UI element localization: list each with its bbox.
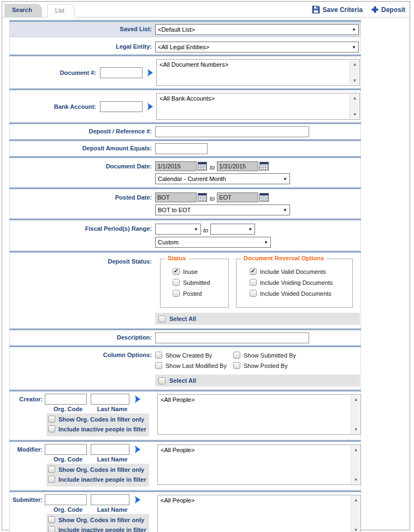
scroll-up-icon[interactable]: ▲ xyxy=(350,62,359,67)
checkbox[interactable] xyxy=(48,466,55,473)
tab-search[interactable]: Search xyxy=(4,4,42,17)
tab-list[interactable]: List xyxy=(47,4,75,17)
lookup-arrow-icon[interactable] xyxy=(134,495,141,504)
scroll-down-icon[interactable]: ▼ xyxy=(350,112,359,117)
checkbox[interactable] xyxy=(173,290,180,297)
checkbox[interactable] xyxy=(158,315,165,323)
lookup-arrow-icon[interactable] xyxy=(134,445,141,454)
calendar-icon[interactable] xyxy=(198,162,208,171)
submitter-section: Submitter: Org. Code Last Name Show Org.… xyxy=(9,492,361,532)
lookup-arrow-icon[interactable] xyxy=(146,102,153,111)
show-org-codes-option: Show Org. Codes in filter only xyxy=(48,516,148,523)
checkbox[interactable] xyxy=(250,279,257,286)
to-word: to xyxy=(203,225,208,233)
calendar-icon[interactable] xyxy=(259,193,269,202)
bank-account-listbox[interactable]: <All Bank Accounts> ▲ ▼ xyxy=(156,93,360,120)
reversal-option-voiding: Include Voiding Documents xyxy=(250,279,348,286)
bank-account-input[interactable] xyxy=(100,101,143,112)
checkbox[interactable] xyxy=(233,362,240,369)
scrollbar[interactable]: ▲ ▼ xyxy=(351,395,360,434)
document-date-from-input[interactable] xyxy=(155,161,197,171)
creator-last-name-input[interactable] xyxy=(91,394,129,405)
fiscal-period-preset-select[interactable]: Custom ▼ xyxy=(155,237,271,248)
scrollbar[interactable]: ▲ ▼ xyxy=(351,496,360,532)
fiscal-period-to-select[interactable]: ▼ xyxy=(210,224,255,235)
scroll-down-icon[interactable]: ▼ xyxy=(351,427,360,432)
scroll-down-icon[interactable]: ▼ xyxy=(350,78,359,83)
checkbox[interactable] xyxy=(48,526,55,532)
checkbox[interactable] xyxy=(48,416,55,423)
checkbox[interactable] xyxy=(48,476,55,483)
posted-date-from-input[interactable] xyxy=(155,192,197,202)
last-name-caption: Last Name xyxy=(93,406,132,412)
plus-icon xyxy=(371,6,378,13)
submitter-org-code-input[interactable] xyxy=(45,494,87,505)
checkbox[interactable] xyxy=(48,425,55,432)
posted-date-preset-select[interactable]: BOT to EOT ▼ xyxy=(155,204,290,215)
creator-section: Creator: Org. Code Last Name Show Org. C… xyxy=(9,391,361,440)
org-code-caption: Org. Code xyxy=(47,406,89,412)
posted-date-label: Posted Date: xyxy=(10,192,155,215)
deposit-amount-input[interactable] xyxy=(155,143,208,154)
checkbox[interactable] xyxy=(155,362,162,369)
checkbox[interactable] xyxy=(233,352,240,359)
legal-entity-select[interactable]: <All Legal Entities> ▼ xyxy=(155,42,359,52)
scroll-up-icon[interactable]: ▲ xyxy=(351,397,360,402)
submitter-listbox[interactable]: <All People> ▲ ▼ xyxy=(157,495,361,532)
dropdown-arrow-icon: ▼ xyxy=(248,227,252,232)
document-number-input[interactable] xyxy=(100,67,143,78)
creator-org-code-input[interactable] xyxy=(45,394,87,405)
checkbox[interactable] xyxy=(250,268,257,275)
checkbox[interactable] xyxy=(48,516,55,523)
saved-list-select[interactable]: <Default List> ▼ xyxy=(155,24,359,35)
calendar-icon[interactable] xyxy=(198,193,208,202)
calendar-icon[interactable] xyxy=(259,162,269,171)
scroll-up-icon[interactable]: ▲ xyxy=(351,447,360,452)
save-criteria-button[interactable]: Save Criteria xyxy=(312,5,363,14)
dropdown-arrow-icon: ▼ xyxy=(352,45,356,50)
modifier-last-name-input[interactable] xyxy=(91,444,129,455)
checkbox[interactable] xyxy=(158,377,165,384)
fiscal-period-from-select[interactable]: ▼ xyxy=(155,224,201,235)
document-date-preset-select[interactable]: Calendar - Current Month ▼ xyxy=(155,173,290,184)
deposit-status-label: Deposit Status: xyxy=(10,258,155,325)
checkbox[interactable] xyxy=(173,279,180,286)
status-option-posted: Posted xyxy=(173,290,224,297)
column-options-label: Column Options: xyxy=(10,349,155,387)
option-show-submitted-by: Show Submitted By xyxy=(233,352,360,359)
creator-listbox[interactable]: <All People> ▲ ▼ xyxy=(157,394,361,435)
scroll-up-icon[interactable]: ▲ xyxy=(350,96,359,101)
checkbox[interactable] xyxy=(155,352,162,359)
show-org-codes-option: Show Org. Codes in filter only xyxy=(48,466,148,473)
modifier-org-code-input[interactable] xyxy=(45,444,87,455)
submitter-last-name-input[interactable] xyxy=(91,494,129,505)
modifier-section: Modifier: Org. Code Last Name Show Org. … xyxy=(9,442,361,490)
status-option-submitted: Submitted xyxy=(173,279,224,286)
scrollbar[interactable]: ▲ ▼ xyxy=(350,94,359,119)
posted-date-to-input[interactable] xyxy=(217,192,258,202)
status-fieldset: Status Inuse Submitted Posted xyxy=(160,259,229,308)
dropdown-arrow-icon: ▼ xyxy=(283,177,287,182)
deposit-button[interactable]: Deposit xyxy=(371,6,405,14)
deposit-reference-input[interactable] xyxy=(155,126,309,137)
document-date-label: Document Date: xyxy=(10,161,155,184)
scrollbar[interactable]: ▲ ▼ xyxy=(351,446,360,484)
scroll-down-icon[interactable]: ▼ xyxy=(351,477,360,482)
checkbox[interactable] xyxy=(173,268,180,275)
document-date-to-input[interactable] xyxy=(217,161,258,171)
legal-entity-row: Legal Entity: <All Legal Entities> ▼ xyxy=(9,39,361,54)
lookup-arrow-icon[interactable] xyxy=(146,68,153,77)
checkbox[interactable] xyxy=(250,290,257,297)
include-inactive-option: Include inactive people in filter xyxy=(48,476,148,483)
saved-list-label: Saved List: xyxy=(10,24,155,35)
scroll-up-icon[interactable]: ▲ xyxy=(351,498,360,502)
modifier-listbox[interactable]: <All People> ▲ ▼ xyxy=(157,445,361,485)
search-form: Saved List: <Default List> ▼ Legal Entit… xyxy=(2,17,410,532)
scrollbar[interactable]: ▲ ▼ xyxy=(350,60,359,85)
lookup-arrow-icon[interactable] xyxy=(134,395,141,404)
description-input[interactable] xyxy=(155,332,309,343)
to-word: to xyxy=(210,194,215,202)
document-date-row: Document Date: to Calendar - Current Mon… xyxy=(9,158,361,187)
document-number-listbox[interactable]: <All Document Numbers> ▲ ▼ xyxy=(156,59,360,86)
scroll-down-icon[interactable]: ▼ xyxy=(351,528,360,532)
